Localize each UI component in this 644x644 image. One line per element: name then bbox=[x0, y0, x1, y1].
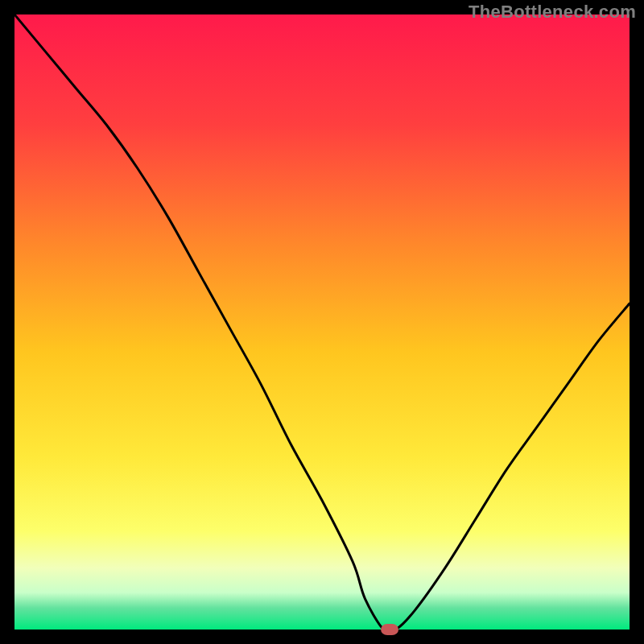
optimal-point-marker bbox=[381, 624, 398, 635]
bottleneck-chart bbox=[0, 0, 644, 644]
plot-background bbox=[14, 14, 630, 630]
watermark-text: TheBottleneck.com bbox=[469, 2, 636, 23]
chart-frame: TheBottleneck.com bbox=[0, 0, 644, 644]
